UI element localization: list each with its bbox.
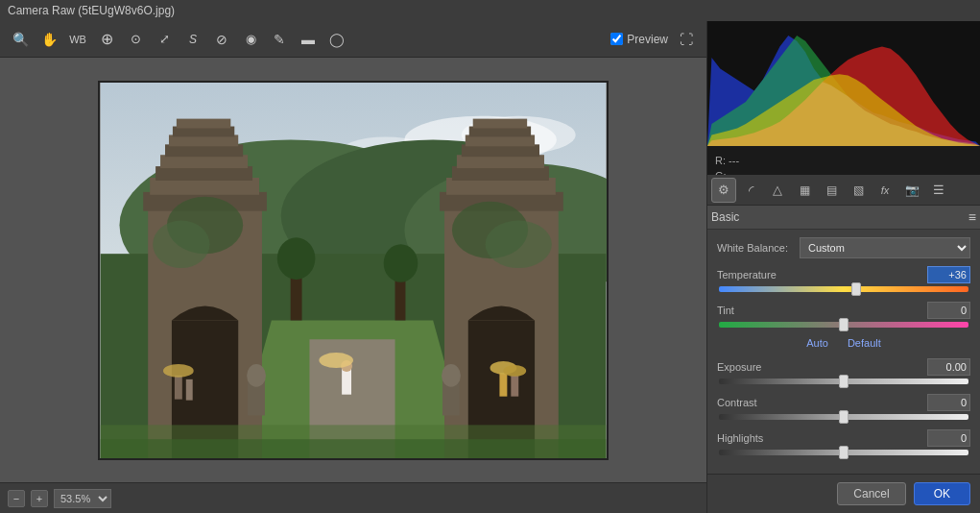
svg-rect-25: [457, 155, 544, 168]
spot-removal-tool[interactable]: ⊘: [209, 27, 234, 52]
tab-split-tone[interactable]: ▤: [819, 178, 844, 203]
title-bar: Camera Raw (5tEUgW8v6O.jpg): [0, 0, 980, 21]
highlights-row: Highlights: [717, 429, 970, 455]
contrast-thumb[interactable]: [839, 410, 849, 424]
tab-calibration[interactable]: 📷: [899, 178, 924, 203]
color-sampler-tool[interactable]: ⊕: [94, 27, 119, 52]
svg-point-50: [442, 364, 461, 387]
contrast-value[interactable]: [927, 394, 970, 411]
exposure-label: Exposure: [717, 361, 761, 373]
highlights-thumb[interactable]: [839, 446, 849, 459]
contrast-label: Contrast: [717, 397, 757, 408]
svg-rect-17: [177, 118, 230, 128]
zoom-select[interactable]: 25% 33.3% 50% 53.5% 66.7% 100% 200%: [54, 489, 111, 508]
temperature-row: Temperature: [717, 266, 970, 292]
tab-presets[interactable]: ☰: [926, 178, 951, 203]
preview-checkbox[interactable]: Preview: [610, 33, 668, 46]
panel-header: Basic ≡: [707, 206, 980, 230]
highlights-header: Highlights: [717, 429, 970, 447]
right-panel: R: --- G: --- B: --- ⚙ ◜ △ ▦ ▤ ▧ fx: [706, 21, 980, 513]
svg-point-20: [153, 220, 209, 267]
contrast-row: Contrast: [717, 394, 970, 420]
tint-thumb[interactable]: [839, 318, 849, 331]
tab-lens[interactable]: ▧: [846, 178, 871, 203]
svg-rect-40: [499, 372, 507, 396]
tab-hsl[interactable]: ▦: [792, 178, 817, 203]
zoom-plus-btn[interactable]: +: [31, 490, 48, 507]
svg-point-39: [319, 353, 353, 368]
exposure-row: Exposure: [717, 358, 970, 384]
exposure-thumb[interactable]: [839, 375, 849, 388]
crop-tool[interactable]: ⤢: [152, 27, 177, 52]
toolbar-right: Preview ⛶: [610, 27, 699, 52]
panel-menu-btn[interactable]: ≡: [968, 209, 976, 225]
temperature-thumb[interactable]: [851, 282, 861, 296]
r-value: R: ---: [715, 153, 972, 168]
tint-label: Tint: [717, 305, 734, 316]
white-balance-row: White Balance: As Shot Auto Daylight Clo…: [717, 237, 970, 258]
wb-label: White Balance:: [717, 242, 794, 254]
auto-btn[interactable]: Auto: [806, 337, 828, 349]
white-balance-tool[interactable]: WB: [65, 27, 90, 52]
tab-detail[interactable]: △: [765, 178, 790, 203]
highlights-track[interactable]: [719, 450, 968, 455]
bottom-buttons: Cancel OK: [707, 474, 980, 513]
temperature-label: Temperature: [717, 269, 777, 281]
tint-value[interactable]: [927, 302, 970, 319]
svg-rect-44: [175, 375, 182, 399]
tint-track[interactable]: [719, 322, 968, 328]
svg-point-32: [486, 220, 552, 267]
contrast-header: Contrast: [717, 394, 970, 411]
temperature-value[interactable]: [927, 266, 970, 283]
preview-label: Preview: [627, 33, 668, 46]
hand-tool[interactable]: ✋: [36, 27, 61, 52]
exposure-value[interactable]: [927, 358, 970, 376]
preview-check[interactable]: [610, 33, 623, 45]
zoom-tool[interactable]: 🔍: [8, 27, 33, 52]
panel-title: Basic: [711, 210, 739, 224]
targeted-adjustment-tool[interactable]: ⊙: [123, 27, 148, 52]
highlights-value[interactable]: [927, 429, 970, 447]
straighten-tool[interactable]: S: [180, 27, 205, 52]
adjustment-brush-tool[interactable]: ✎: [267, 27, 292, 52]
default-btn[interactable]: Default: [848, 337, 881, 349]
svg-rect-45: [186, 379, 193, 400]
zoom-minus-icon: −: [13, 493, 19, 504]
cancel-button[interactable]: Cancel: [837, 482, 905, 505]
tab-tone-curve[interactable]: ◜: [738, 178, 763, 203]
title-text: Camera Raw (5tEUgW8v6O.jpg): [8, 4, 175, 17]
temperature-header: Temperature: [717, 266, 970, 283]
svg-rect-41: [511, 375, 518, 396]
bottom-toolbar: − + 25% 33.3% 50% 53.5% 66.7% 100% 200%: [0, 482, 706, 513]
wb-select[interactable]: As Shot Auto Daylight Cloudy Shade Tungs…: [800, 237, 970, 258]
svg-rect-29: [473, 118, 527, 128]
svg-point-36: [384, 244, 418, 282]
svg-rect-37: [342, 367, 351, 394]
tint-row: Tint: [717, 302, 970, 328]
exposure-track[interactable]: [719, 379, 968, 384]
red-eye-tool[interactable]: ◉: [238, 27, 263, 52]
zoom-plus-icon: +: [36, 493, 42, 504]
ok-button[interactable]: OK: [914, 482, 970, 505]
rgb-values: R: --- G: --- B: ---: [707, 149, 980, 175]
svg-rect-52: [101, 439, 607, 458]
graduated-filter-tool[interactable]: ▬: [296, 27, 321, 52]
panel-content: Basic ≡ White Balance: As Shot Auto Dayl…: [707, 206, 980, 474]
toolbar: 🔍 ✋ WB ⊕ ⊙ ⤢ S ⊘ ◉ ✎ ▬ ◯ Preview ⛶: [0, 21, 706, 58]
zoom-minus-btn[interactable]: −: [8, 490, 25, 507]
svg-point-34: [277, 237, 316, 280]
temperature-track[interactable]: [719, 286, 968, 292]
left-panel: 🔍 ✋ WB ⊕ ⊙ ⤢ S ⊘ ◉ ✎ ▬ ◯ Preview ⛶: [0, 21, 706, 513]
contrast-track[interactable]: [719, 414, 968, 420]
exposure-header: Exposure: [717, 358, 970, 376]
auto-default-row: Auto Default: [717, 337, 970, 349]
tab-effects[interactable]: fx: [872, 178, 897, 203]
panel-section-wb: White Balance: As Shot Auto Daylight Clo…: [707, 230, 980, 473]
histogram-canvas: [707, 21, 980, 146]
radial-filter-tool[interactable]: ◯: [324, 27, 349, 52]
svg-rect-12: [155, 166, 252, 181]
tab-basic[interactable]: ⚙: [711, 178, 736, 203]
fullscreen-btn[interactable]: ⛶: [674, 27, 699, 52]
svg-rect-24: [452, 166, 549, 181]
temple-image: [100, 83, 607, 458]
